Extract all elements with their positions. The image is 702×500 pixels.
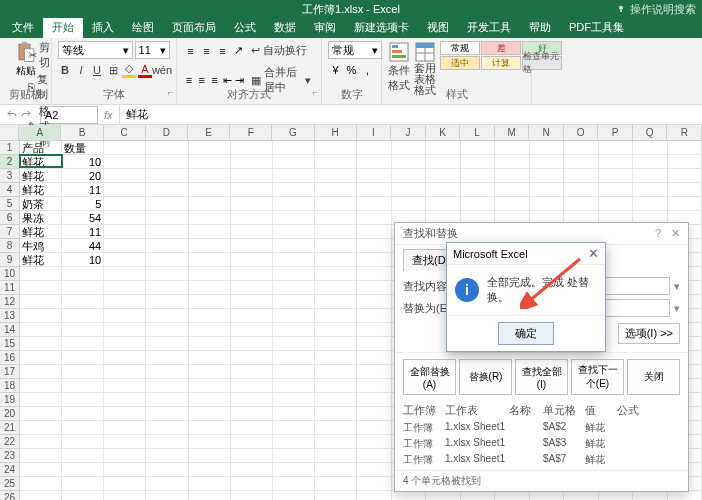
cell[interactable] [146,267,188,281]
row-header[interactable]: 13 [0,309,20,323]
phonetic-button[interactable]: wén [154,62,170,78]
tab-layout[interactable]: 页面布局 [163,17,225,38]
cell[interactable] [392,491,427,500]
col-header-L[interactable]: L [460,125,495,140]
cell[interactable] [146,309,188,323]
cell[interactable] [315,295,357,309]
results-list[interactable]: 工作簿 工作表 名称 单元格 值 公式 工作簿1.xlsx Sheet1$A$2… [395,399,688,470]
cell[interactable] [633,169,668,183]
cell[interactable] [461,197,496,211]
cell[interactable] [315,393,357,407]
cell[interactable] [273,351,315,365]
cell[interactable] [146,421,188,435]
cell[interactable] [104,337,146,351]
cell[interactable] [273,225,315,239]
cell[interactable] [104,197,146,211]
indent-dec-button[interactable]: ⇤ [221,73,233,88]
cell[interactable] [315,253,357,267]
cell[interactable] [315,239,357,253]
cell[interactable] [231,197,273,211]
tab-help[interactable]: 帮助 [520,17,560,38]
row-header[interactable]: 6 [0,211,20,225]
cell[interactable] [668,197,703,211]
cell[interactable] [231,267,273,281]
cell[interactable] [20,491,62,500]
style-bad[interactable]: 差 [481,41,521,55]
cell[interactable] [146,393,188,407]
cell[interactable] [104,407,146,421]
cell[interactable] [146,337,188,351]
cell[interactable] [315,281,357,295]
cell[interactable] [62,309,104,323]
cell[interactable] [231,141,273,155]
row-header[interactable]: 23 [0,449,20,463]
col-header-O[interactable]: O [564,125,599,140]
cell[interactable] [315,197,357,211]
cell[interactable] [104,379,146,393]
cell[interactable]: 20 [62,169,104,183]
cell[interactable] [104,449,146,463]
cell[interactable] [357,225,392,239]
result-row[interactable]: 工作簿1.xlsx Sheet1$A$2鲜花 [403,420,680,436]
row-header[interactable]: 22 [0,435,20,449]
col-header-N[interactable]: N [529,125,564,140]
tab-home[interactable]: 开始 [43,17,83,38]
msgbox-titlebar[interactable]: Microsoft Excel ✕ [447,243,605,265]
tab-review[interactable]: 审阅 [305,17,345,38]
row-header[interactable]: 21 [0,421,20,435]
replace-button[interactable]: 替换(R) [459,359,512,395]
cell[interactable] [189,309,231,323]
cell[interactable] [20,449,62,463]
cell[interactable] [20,477,62,491]
cell[interactable] [426,197,461,211]
result-row[interactable]: 工作簿1.xlsx Sheet1$A$3鲜花 [403,436,680,452]
cell[interactable] [104,211,146,225]
align-middle-button[interactable]: ≡ [199,43,214,58]
cell[interactable] [426,141,461,155]
style-normal[interactable]: 常规 [440,41,480,55]
cell[interactable] [231,477,273,491]
cell[interactable] [146,365,188,379]
cell[interactable] [20,379,62,393]
cell[interactable] [315,365,357,379]
orientation-button[interactable]: ↗ [231,43,246,58]
cell[interactable] [189,225,231,239]
cell[interactable] [104,421,146,435]
cell[interactable] [273,407,315,421]
cell[interactable] [146,463,188,477]
cell[interactable] [146,323,188,337]
cut-button[interactable]: ✂剪切 [28,40,51,70]
cell[interactable] [273,281,315,295]
result-row[interactable]: 工作簿1.xlsx Sheet1$A$7鲜花 [403,452,680,468]
cell[interactable] [357,211,392,225]
align-right-button[interactable]: ≡ [209,73,221,88]
cell[interactable] [357,239,392,253]
cell[interactable] [146,449,188,463]
cell[interactable] [189,365,231,379]
cell[interactable] [146,281,188,295]
cell[interactable] [62,365,104,379]
chevron-down-icon[interactable]: ▾ [674,280,680,293]
cell[interactable] [273,463,315,477]
row-header[interactable]: 7 [0,225,20,239]
tab-draw[interactable]: 绘图 [123,17,163,38]
cell[interactable] [357,393,392,407]
cell[interactable]: 54 [62,211,104,225]
cell[interactable] [530,183,565,197]
wrap-text-button[interactable]: ↩自动换行 [247,41,311,60]
cell[interactable] [20,463,62,477]
cell[interactable]: 10 [62,155,104,169]
cell[interactable] [273,239,315,253]
cell[interactable] [62,463,104,477]
cell[interactable] [599,141,634,155]
cell[interactable] [461,491,496,500]
cell[interactable] [273,155,315,169]
formula-bar[interactable]: 鲜花 [119,105,702,124]
cell[interactable] [315,267,357,281]
cell[interactable] [231,393,273,407]
cell[interactable] [189,169,231,183]
cell[interactable] [315,351,357,365]
cell[interactable] [273,267,315,281]
cell[interactable] [189,253,231,267]
cell[interactable] [104,393,146,407]
